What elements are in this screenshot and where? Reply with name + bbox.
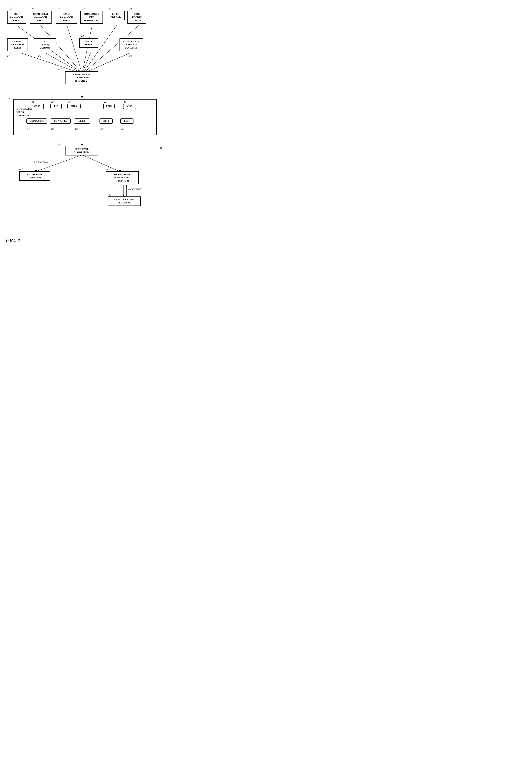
ref-30p: 30' [124,100,126,103]
ref-36: 36 [58,143,61,146]
ref-20p: 20' [100,127,103,130]
brace-38: ⌒ [21,168,24,171]
svg-line-6 [21,53,81,73]
db-crsp: CRSP [31,104,44,109]
box-web-server: WORLD WIDEWEB SERVER(FIGURE 3) [106,171,139,184]
ref-38: 38 [19,168,21,171]
ref-28: 28 [81,34,84,37]
ref-16: 16 [57,7,60,10]
ref-30: 30 [129,54,132,57]
box-compustat: COMPUSTAT8mm ASCIITAPES [30,11,52,24]
db-compustat: COMPUSTAT [26,118,47,124]
database-box: INTEGRATEDWRDSDATABASE 24' ⌒ CRSP 26' TA… [13,99,157,135]
db-best: BEST [120,118,133,124]
internet-label: —INTERNET [128,188,142,191]
db-liffe: LIFFE [99,118,113,124]
ref-32: 32 [58,68,60,71]
db-ibes: I/B/E/S [74,118,90,124]
ref-14p: 14' [27,127,30,130]
box-crsp: CRSP8mm ASCIITAPES [7,38,28,51]
db-fdic: FDIC [103,104,115,109]
brace-40: ⌒ [111,193,113,197]
ref-34: 34 [9,96,12,99]
brace-14p: ⌒ [30,127,32,130]
ref-24p: 24' [32,100,34,103]
ref-18: 18 [82,7,85,10]
svg-marker-11 [81,96,83,98]
svg-line-4 [83,25,117,73]
ref-20: 20 [109,7,111,10]
box-taq: TAQ(NYSE)CDROMs [34,38,56,51]
ref-22: 22 [129,7,132,10]
svg-marker-21 [126,184,127,186]
db-dowjones: DOWJONES [50,118,71,124]
svg-line-9 [83,53,130,73]
box-best: BEST8mm ASCIITAPES [7,11,26,24]
box-dowjones: DOW JONESFTPDOWNLOAD [80,11,103,24]
ref-16p: 16' [75,127,78,130]
box-phlx: PHLXDISKS [79,38,98,48]
ref-40: 40 [109,193,111,196]
brace-12: ⌒ [11,7,14,11]
svg-line-16 [82,155,120,171]
box-conversion: CONVERSIONALGORITHM(FIGURE 2) [65,71,98,84]
svg-line-2 [67,25,82,73]
ref-14: 14 [32,7,34,10]
brace-32: ⌒ [60,68,63,71]
ref-22p: 22' [104,100,106,103]
svg-line-8 [82,53,91,73]
intranet-label: INTRANET— [34,161,48,164]
db-misc: MISC. [123,104,136,109]
box-local-terminal: LOCAL USERTERMINAL [19,171,50,181]
box-fdic: FDICEBCDICTAPES [127,11,146,24]
brace-36: ⌒ [61,143,63,147]
box-ibes: I/B/E/S8mm ASCIITAPES [56,11,77,24]
svg-line-7 [45,53,82,73]
ref-42: 42 [107,168,109,171]
box-remote-terminal: REMOTE CLIENTTERMINAL [108,196,141,206]
ref-26: 26 [38,54,41,57]
ref-26p: 26' [51,100,54,103]
ref-10: 10 [160,146,162,149]
ref-18p: 18' [51,127,54,130]
db-phlx: PHLX [67,104,81,109]
svg-line-3 [82,25,92,73]
ref-28p: 28' [68,100,71,103]
box-retrieval: RETRIEVALALGORITHM [65,146,98,155]
box-other: OTHER DATAVARIOUSFORMATS [120,38,143,51]
brace-42: ⌒ [109,168,112,171]
brace-24: ⌒ [9,52,12,55]
brace-24p: ⌒ [34,100,36,103]
ref-12p: 12' [121,127,124,130]
database-label: INTEGRATEDWRDSDATABASE [16,107,33,117]
box-liffe: LIFFECDROMs [107,11,125,20]
figure-label: FIG. 1 [6,238,20,244]
db-taq: TAQ [50,104,62,109]
svg-marker-13 [81,144,83,146]
